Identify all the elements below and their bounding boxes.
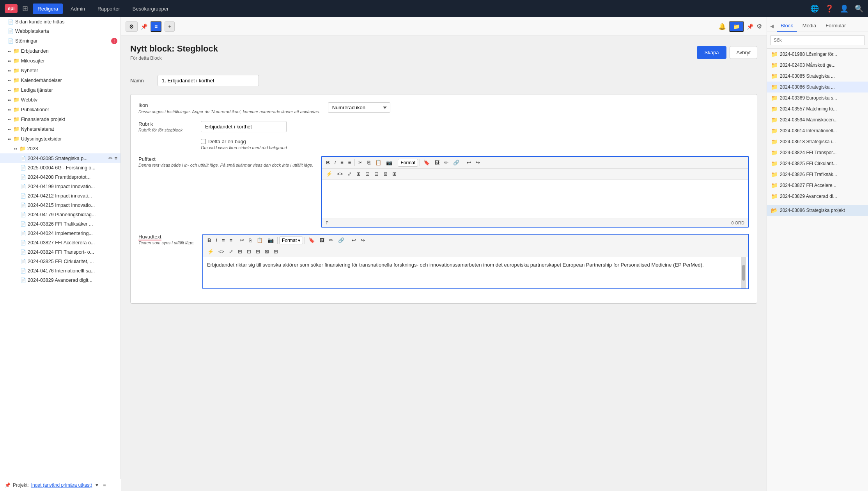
collapse-icon[interactable]: ◀	[770, 23, 774, 29]
hcopy-button[interactable]: ⎘	[247, 236, 254, 244]
paste2-button[interactable]: 📷	[384, 158, 394, 167]
sidebar-item-file-8[interactable]: 📄 2024-04024 Implementering...	[0, 229, 120, 238]
cut-button[interactable]: ✂	[356, 158, 365, 167]
sidebar-item-webbplatskarta[interactable]: 📄 Webbplatskarta	[0, 27, 120, 36]
bold-button[interactable]: B	[324, 158, 331, 167]
link-button[interactable]: 🔗	[451, 158, 461, 167]
hcode-button[interactable]: <>	[216, 247, 226, 256]
right-panel-item-2[interactable]: 📁 2024-03085 Strategiska ...	[767, 71, 868, 82]
right-panel-item-12[interactable]: 📁 2024-03827 FFI Accelere...	[767, 180, 868, 191]
huvudtext-body[interactable]: Erbjudandet riktar sig till svenska aktö…	[203, 257, 748, 288]
fullscreen-button[interactable]: ⤢	[345, 170, 354, 178]
help-icon[interactable]: ❓	[825, 4, 834, 13]
right-panel-item-8[interactable]: 📁 2024-03618 Strategiska i...	[767, 136, 868, 147]
tab-block[interactable]: Block	[777, 20, 797, 32]
folder-button[interactable]: 📁	[729, 21, 744, 32]
format-button[interactable]: Format	[398, 159, 418, 167]
right-panel-item-4[interactable]: 📁 2024-03369 Europeiska s...	[767, 93, 868, 103]
hol-button[interactable]: ≡	[228, 236, 235, 244]
sidebar-item-file-7[interactable]: 📄 2024-03826 FFI Trafiksäker ...	[0, 219, 120, 229]
sidebar-item-file-3[interactable]: 📄 2024-04199 Impact Innovatio...	[0, 182, 120, 191]
sidebar-item-file-0[interactable]: 📄 2024-03085 Strategiska p... ✏ ≡	[0, 153, 120, 163]
hul-button[interactable]: ≡	[220, 236, 227, 244]
sidebar-item-sidan-kunde[interactable]: 📄 Sidan kunde inte hittas	[0, 17, 120, 27]
tree-view-button[interactable]: ≡	[151, 21, 161, 32]
table-button[interactable]: ⊞	[354, 170, 363, 178]
list-icon[interactable]: ≡	[103, 482, 106, 488]
code-button[interactable]: <>	[335, 170, 345, 178]
settings2-icon[interactable]: ⚙	[756, 23, 762, 30]
hedit-button[interactable]: ✏	[327, 236, 335, 244]
sidebar-item-file-9[interactable]: 📄 2024-03827 FFI Accelerera o...	[0, 238, 120, 247]
sidebar-item-file-11[interactable]: 📄 2024-03825 FFI Cirkularitet, ...	[0, 257, 120, 266]
right-panel-item-0[interactable]: 📁 2024-01988 Lösningar för...	[767, 49, 868, 60]
create-button[interactable]: Skapa	[697, 46, 727, 59]
search-icon[interactable]: 🔍	[855, 4, 863, 13]
sidebar-item-finansierade[interactable]: ▪▪ 📁 Finansierade projekt	[0, 114, 120, 124]
user-icon[interactable]: 👤	[840, 4, 849, 13]
htable5-button[interactable]: ⊞	[272, 247, 280, 256]
image-button[interactable]: 🖼	[432, 158, 441, 167]
sidebar-item-lediga-tjanster[interactable]: ▪▪ 📁 Lediga tjänster	[0, 85, 120, 95]
name-input[interactable]	[158, 75, 259, 86]
sidebar-item-kalenderhandelser[interactable]: ▪▪ 📁 Kalenderhändelser	[0, 75, 120, 85]
sidebar-item-utlysningstextsidor[interactable]: ▪▪ 📁 Utlysningstextsidor	[0, 134, 120, 144]
redo-button[interactable]: ↪	[474, 158, 482, 167]
nav-item-admin[interactable]: Admin	[66, 4, 90, 14]
copy-button[interactable]: ⎘	[365, 158, 372, 167]
sidebar-item-mikrosajter[interactable]: ▪▪ 📁 Mikrosajter	[0, 56, 120, 66]
sidebar-item-file-6[interactable]: 📄 2024-04179 Planeringsbidrag...	[0, 210, 120, 219]
selected-item-row[interactable]: 📂 2024-03086 Strategiska projekt	[767, 205, 868, 216]
sidebar-item-storningar[interactable]: 📄 Störningar !	[0, 36, 120, 46]
ul-button[interactable]: ≡	[338, 158, 345, 167]
hlink-button[interactable]: 🔗	[336, 236, 346, 244]
pufftext-body[interactable]	[322, 180, 748, 219]
right-panel-item-13[interactable]: 📁 2024-03829 Avancerad di...	[767, 191, 868, 202]
sidebar-item-file-1[interactable]: 📄 2025-00004 6G - Forskning o...	[0, 163, 120, 173]
sidebar-item-webbtv[interactable]: ▪▪ 📁 Webbtv	[0, 95, 120, 105]
right-panel-item-3[interactable]: 📁 2024-03086 Strategiska ...	[767, 82, 868, 93]
hpaste2-button[interactable]: 📷	[266, 236, 276, 244]
right-panel-item-6[interactable]: 📁 2024-03594 Människocen...	[767, 114, 868, 125]
htable3-button[interactable]: ⊟	[254, 247, 262, 256]
nav-item-besokargrupper[interactable]: Besökargrupper	[128, 4, 174, 14]
sidebar-item-file-4[interactable]: 📄 2024-04212 Impact innovati...	[0, 191, 120, 201]
tab-media[interactable]: Media	[799, 20, 820, 32]
italic-button[interactable]: I	[333, 158, 338, 167]
sidebar-item-file-12[interactable]: 📄 2024-04176 Internationellt sa...	[0, 266, 120, 276]
sidebar-item-file-10[interactable]: 📄 2024-03824 FFI Transport- o...	[0, 247, 120, 257]
pin2-icon[interactable]: 📌	[747, 23, 753, 30]
sidebar-item-file-13[interactable]: 📄 2024-03829 Avancerad digit...	[0, 276, 120, 285]
paste-button[interactable]: 📋	[373, 158, 383, 167]
hitalic-button[interactable]: I	[214, 236, 219, 244]
pin-icon[interactable]: 📌	[141, 23, 147, 30]
menu-icon[interactable]: ≡	[114, 155, 117, 161]
ikon-select[interactable]: Numrerad ikon	[328, 102, 390, 113]
htable-button[interactable]: ⊞	[236, 247, 244, 256]
pencil-icon[interactable]: ✏	[108, 155, 113, 161]
globe-icon[interactable]: 🌐	[810, 4, 819, 13]
checkbox-input[interactable]	[201, 139, 206, 144]
hcut-button[interactable]: ✂	[238, 236, 246, 244]
right-panel-item-11[interactable]: 📁 2024-03826 FFI Trafiksäk...	[767, 169, 868, 180]
undo-button[interactable]: ↩	[465, 158, 473, 167]
table4-button[interactable]: ⊠	[381, 170, 390, 178]
hformat-button[interactable]: Format ▾	[279, 237, 303, 244]
hspecial-button[interactable]: ⚡	[205, 247, 216, 256]
hbold-button[interactable]: B	[205, 236, 213, 244]
scrollbar[interactable]	[741, 257, 746, 288]
rubrik-input[interactable]	[201, 121, 287, 132]
hundo-button[interactable]: ↩	[350, 236, 358, 244]
right-panel-item-10[interactable]: 📁 2024-03825 FFI Cirkularit...	[767, 158, 868, 169]
add-button[interactable]: +	[165, 21, 175, 32]
table3-button[interactable]: ⊟	[372, 170, 381, 178]
sidebar-item-file-2[interactable]: 📄 2024-04208 Framtidsprotot...	[0, 173, 120, 182]
sidebar-item-nyheter[interactable]: ▪▪ 📁 Nyheter	[0, 66, 120, 75]
right-panel-item-5[interactable]: 📁 2024-03557 Matchning fö...	[767, 103, 868, 114]
sidebar-item-2023[interactable]: ▪▪ 📁 2023	[0, 144, 120, 153]
sidebar-item-publikationer[interactable]: ▪▪ 📁 Publikationer	[0, 105, 120, 114]
tab-formular[interactable]: Formulär	[822, 20, 850, 32]
nav-item-redigera[interactable]: Redigera	[33, 4, 63, 14]
nav-item-rapporter[interactable]: Rapporter	[93, 4, 125, 14]
hfullscreen-button[interactable]: ⤢	[227, 247, 235, 256]
